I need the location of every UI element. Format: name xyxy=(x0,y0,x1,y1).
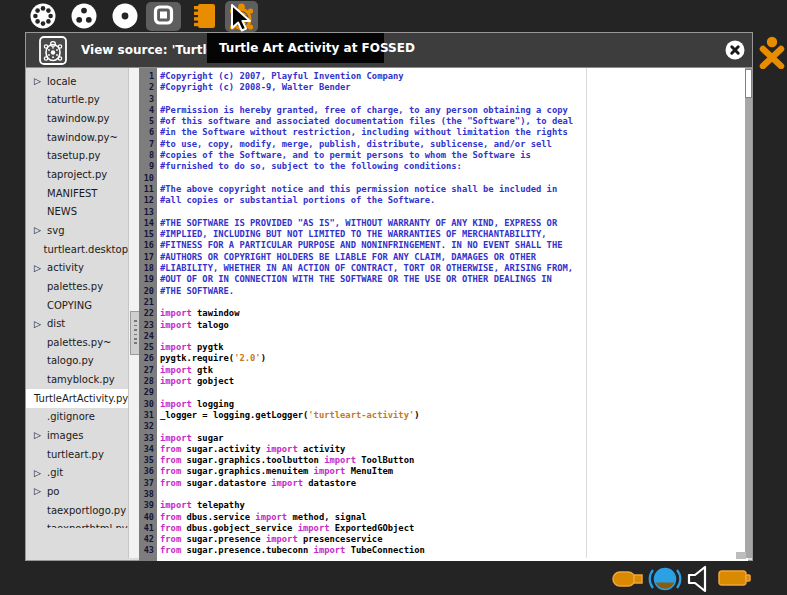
line-number: 4 xyxy=(139,105,157,116)
close-icon[interactable] xyxy=(725,40,745,60)
file-name: tawindow.py xyxy=(47,113,110,124)
usb-device-icon[interactable] xyxy=(611,568,645,590)
file-tree-item[interactable]: ▷dist xyxy=(26,314,128,333)
home-icon[interactable] xyxy=(111,2,139,30)
editor-scrollbar[interactable] xyxy=(745,68,752,558)
file-tree-item[interactable]: ▷locale xyxy=(26,72,128,91)
code-line: #furnished to do so, subject to the foll… xyxy=(160,161,748,172)
code-line: #copies of the Software, and to permit p… xyxy=(160,150,748,161)
expander-icon[interactable]: ▷ xyxy=(31,486,44,496)
file-tree-item[interactable]: taexportlogo.py xyxy=(26,501,128,520)
file-name: svg xyxy=(47,225,64,236)
code-line: pygtk.require('2.0') xyxy=(160,353,748,364)
line-number: 23 xyxy=(139,320,157,331)
line-number: 32 xyxy=(139,421,157,432)
expander-icon[interactable]: ▷ xyxy=(31,430,44,440)
file-name: taexporthtml.py xyxy=(47,523,128,528)
line-number: 41 xyxy=(139,523,157,534)
file-name: tasetup.py xyxy=(47,150,100,161)
file-name: turtleart.py xyxy=(47,449,104,460)
line-number: 43 xyxy=(139,545,157,556)
code-line: import telepathy xyxy=(160,500,748,511)
file-tree-item[interactable]: talogo.py xyxy=(26,352,128,371)
file-tree-item[interactable]: ▷svg xyxy=(26,221,128,240)
xo-buddy-icon[interactable] xyxy=(758,35,786,69)
code-line: #AUTHORS OR COPYRIGHT HOLDERS BE LIABLE … xyxy=(160,252,748,263)
code-line: import sugar xyxy=(160,433,748,444)
code-line: #Copyright (c) 2008-9, Walter Bender xyxy=(160,82,748,93)
file-name: MANIFEST xyxy=(47,188,97,199)
expander-icon[interactable]: ▷ xyxy=(31,263,44,273)
line-number: 39 xyxy=(139,500,157,511)
speaker-icon[interactable] xyxy=(686,564,714,594)
code-line: import pygtk xyxy=(160,342,748,353)
friends-icon[interactable] xyxy=(70,2,98,30)
file-tree-item[interactable]: COPYING xyxy=(26,296,128,315)
code-editor[interactable]: #Copyright (c) 2007, Playful Invention C… xyxy=(157,68,748,561)
code-line: #The above copyright notice and this per… xyxy=(160,184,748,195)
line-number: 40 xyxy=(139,512,157,523)
wireless-signal-icon[interactable] xyxy=(647,563,683,595)
code-line: import gtk xyxy=(160,365,748,376)
file-tree-item[interactable]: ▷.git xyxy=(26,463,128,482)
code-line: import gobject xyxy=(160,376,748,387)
line-number: 33 xyxy=(139,433,157,444)
code-line: from dbus.gobject_service import Exporte… xyxy=(160,523,748,534)
file-tree-item[interactable]: ▷po xyxy=(26,482,128,501)
expander-icon[interactable]: ▷ xyxy=(31,225,44,235)
file-tree-item[interactable]: taexporthtml.py xyxy=(26,519,128,528)
file-tree-item[interactable]: tawindow.py~ xyxy=(26,128,128,147)
file-tree-item[interactable]: ▷images xyxy=(26,426,128,445)
file-name: dist xyxy=(47,318,65,329)
expander-icon[interactable]: ▷ xyxy=(31,468,44,478)
code-line: #of this software and associated documen… xyxy=(160,116,748,127)
file-name: talogo.py xyxy=(47,355,94,366)
file-tree-item[interactable]: tawindow.py xyxy=(26,109,128,128)
file-tree[interactable]: ▷localetaturtle.pytawindow.pytawindow.py… xyxy=(26,68,128,528)
expander-icon[interactable]: ▷ xyxy=(31,319,44,329)
code-line xyxy=(160,207,748,218)
editor-scrollbar-thumb[interactable] xyxy=(745,69,752,98)
line-number: 31 xyxy=(139,410,157,421)
code-line: import talogo xyxy=(160,320,748,331)
code-line: #OUT OF OR IN CONNECTION WITH THE SOFTWA… xyxy=(160,274,748,285)
file-tree-item[interactable]: TurtleArtActivity.py xyxy=(26,389,128,408)
file-name: taproject.py xyxy=(47,169,107,180)
file-name: tawindow.py~ xyxy=(47,132,118,143)
file-tree-item[interactable]: tamyblock.py xyxy=(26,370,128,389)
neighborhood-icon[interactable] xyxy=(29,2,57,30)
file-tree-item[interactable]: palettes.py~ xyxy=(26,333,128,352)
file-tree-item[interactable]: NEWS xyxy=(26,202,128,221)
file-name: taexportlogo.py xyxy=(47,505,126,516)
file-tree-item[interactable]: taproject.py xyxy=(26,165,128,184)
code-line xyxy=(160,421,748,432)
file-name: palettes.py~ xyxy=(47,337,111,348)
file-tree-item[interactable]: taturtle.py xyxy=(26,91,128,110)
file-name: turtleart.desktop xyxy=(44,244,128,255)
file-name: COPYING xyxy=(47,300,92,311)
file-tree-item[interactable]: palettes.py xyxy=(26,277,128,296)
activity-zoom-slot[interactable] xyxy=(146,2,181,31)
line-number: 11 xyxy=(139,184,157,195)
file-tree-item[interactable]: tasetup.py xyxy=(26,147,128,166)
code-line: import logging xyxy=(160,399,748,410)
file-tree-item[interactable]: .gitignore xyxy=(26,408,128,427)
line-number: 16 xyxy=(139,240,157,251)
file-tree-item[interactable]: ▷activity xyxy=(26,258,128,277)
line-number: 24 xyxy=(139,331,157,342)
file-tree-item[interactable]: turtleart.py xyxy=(26,445,128,464)
line-number: 9 xyxy=(139,161,157,172)
line-number: 19 xyxy=(139,274,157,285)
file-name: po xyxy=(47,486,59,497)
line-number: 37 xyxy=(139,478,157,489)
line-number: 15 xyxy=(139,229,157,240)
battery-icon[interactable] xyxy=(717,566,753,590)
file-name: .gitignore xyxy=(47,411,95,422)
file-name: NEWS xyxy=(47,206,77,217)
code-line xyxy=(160,94,748,105)
journal-icon[interactable] xyxy=(190,2,220,30)
file-tree-item[interactable]: MANIFEST xyxy=(26,184,128,203)
expander-icon[interactable]: ▷ xyxy=(31,76,44,86)
file-tree-item[interactable]: turtleart.desktop xyxy=(26,240,128,259)
code-line: from sugar.datastore import datastore xyxy=(160,478,748,489)
